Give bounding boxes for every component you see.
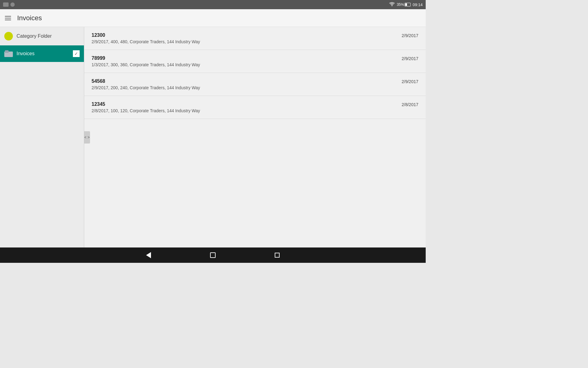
invoice-details: 1/3/2017, 300, 360, Corporate Traders, 1…	[92, 62, 200, 67]
battery-fill	[405, 3, 407, 6]
svg-point-0	[392, 5, 393, 6]
menu-button[interactable]	[5, 16, 11, 20]
invoice-date: 2/9/2017	[402, 79, 419, 84]
status-right-icons: 35% 09:14	[389, 2, 423, 7]
back-button[interactable]	[144, 251, 153, 260]
home-button[interactable]	[208, 251, 217, 260]
hamburger-line-3	[5, 20, 11, 20]
status-bar: 35% 09:14	[0, 0, 426, 9]
invoice-date: 2/9/2017	[402, 56, 419, 61]
sidebar-item-category-label: Category Folder	[17, 33, 52, 39]
battery-box	[405, 3, 411, 6]
invoice-number: 54568	[92, 79, 200, 84]
content-area: 123002/9/2017, 400, 480, Corporate Trade…	[84, 27, 426, 247]
invoice-number: 12300	[92, 33, 200, 38]
invoice-details: 2/9/2017, 400, 480, Corporate Traders, 1…	[92, 39, 200, 44]
invoice-number: 78999	[92, 56, 200, 61]
invoice-left: 789991/3/2017, 300, 360, Corporate Trade…	[92, 56, 200, 67]
invoice-details: 2/8/2017, 100, 120, Corporate Traders, 1…	[92, 108, 200, 113]
category-icon	[4, 32, 13, 40]
invoice-item[interactable]: 123452/8/2017, 100, 120, Corporate Trade…	[84, 96, 426, 119]
page-title: Invoices	[17, 14, 42, 22]
status-left-icons	[3, 2, 387, 7]
folder-icon	[4, 50, 13, 57]
hamburger-line-1	[5, 16, 11, 17]
sidebar-item-invoices[interactable]: Invoices	[0, 45, 84, 62]
wifi-icon	[389, 2, 395, 7]
invoice-left: 123002/9/2017, 400, 480, Corporate Trade…	[92, 33, 200, 44]
invoice-item[interactable]: 123002/9/2017, 400, 480, Corporate Trade…	[84, 27, 426, 50]
invoice-left: 545682/9/2017, 200, 240, Corporate Trade…	[92, 79, 200, 90]
gallery-icon	[3, 2, 9, 7]
hamburger-line-2	[5, 18, 11, 18]
bottom-nav-bar	[0, 247, 426, 263]
recents-button[interactable]	[273, 251, 282, 260]
invoice-details: 2/9/2017, 200, 240, Corporate Traders, 1…	[92, 85, 200, 90]
invoice-left: 123452/8/2017, 100, 120, Corporate Trade…	[92, 102, 200, 113]
check-icon	[73, 50, 80, 57]
clock: 09:14	[413, 2, 423, 7]
invoice-item[interactable]: 789991/3/2017, 300, 360, Corporate Trade…	[84, 50, 426, 73]
back-icon	[146, 252, 151, 258]
sidebar-item-category[interactable]: Category Folder	[0, 27, 84, 45]
battery-percent-label: 35%	[397, 2, 404, 7]
home-icon	[210, 252, 216, 258]
invoice-item[interactable]: 545682/9/2017, 200, 240, Corporate Trade…	[84, 73, 426, 96]
invoice-date: 2/9/2017	[402, 33, 419, 38]
screenshot-icon	[10, 2, 15, 7]
recents-icon	[275, 253, 280, 258]
sidebar: Category Folder Invoices < >	[0, 27, 84, 247]
sidebar-item-invoices-label: Invoices	[17, 51, 69, 56]
main-layout: Category Folder Invoices < > 123002/9/20…	[0, 27, 426, 247]
invoice-date: 2/8/2017	[402, 102, 419, 107]
invoice-number: 12345	[92, 102, 200, 107]
top-bar: Invoices	[0, 9, 426, 27]
sidebar-handle[interactable]: < >	[84, 131, 90, 144]
battery-indicator: 35%	[397, 2, 411, 7]
